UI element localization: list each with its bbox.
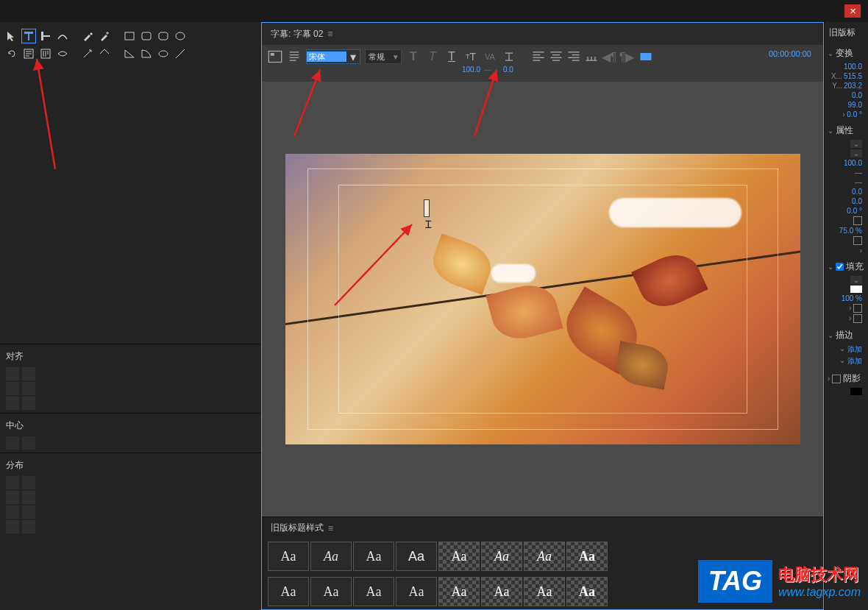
style-swatch[interactable]: Aa bbox=[310, 577, 352, 606]
indent-left-icon[interactable]: ◀¶ bbox=[602, 49, 616, 64]
timecode[interactable]: 00:00:00:00 bbox=[769, 49, 817, 58]
panel-tab[interactable]: 字幕: 字幕 02 ≡ bbox=[262, 23, 823, 45]
chevron-down-icon[interactable]: ⌄ bbox=[828, 331, 833, 339]
prop-value[interactable]: — bbox=[828, 177, 865, 187]
style-swatch[interactable]: Aa bbox=[566, 577, 608, 606]
type-tool[interactable] bbox=[21, 29, 36, 43]
style-swatch[interactable]: Aa bbox=[524, 577, 565, 606]
chevron-icon[interactable]: ⌄ bbox=[839, 344, 845, 355]
style-swatch[interactable]: Aa bbox=[481, 542, 522, 571]
style-swatch[interactable]: Aa bbox=[438, 577, 480, 606]
prop-width[interactable]: 0.0 bbox=[828, 91, 865, 100]
style-swatch[interactable]: Aa bbox=[481, 577, 522, 606]
align-icon[interactable] bbox=[22, 397, 35, 410]
selection-tool[interactable] bbox=[4, 29, 19, 43]
leading-icon[interactable]: 0.0 bbox=[502, 49, 516, 64]
panel-menu-icon[interactable]: ≡ bbox=[328, 523, 333, 533]
line-tool[interactable] bbox=[173, 46, 188, 61]
distribute-icon[interactable] bbox=[22, 520, 35, 533]
path-tool-2[interactable] bbox=[55, 46, 70, 61]
kerning-value[interactable]: — bbox=[484, 65, 491, 74]
prop-value[interactable]: — bbox=[828, 168, 865, 177]
checkbox[interactable] bbox=[853, 314, 862, 323]
y-value[interactable]: 203.2 bbox=[844, 82, 862, 90]
distribute-icon[interactable] bbox=[22, 491, 35, 504]
style-swatch[interactable]: Aa bbox=[524, 542, 565, 571]
style-swatch[interactable]: Aa bbox=[438, 542, 480, 571]
fill-checkbox[interactable] bbox=[836, 263, 844, 271]
indent-right-icon[interactable]: ¶▶ bbox=[619, 49, 634, 64]
close-button[interactable]: ✕ bbox=[844, 4, 861, 18]
prop-value[interactable]: 75.0 % bbox=[828, 226, 865, 235]
path-type-tool[interactable] bbox=[55, 29, 70, 43]
style-swatch[interactable]: Aa bbox=[268, 577, 309, 606]
style-swatch[interactable]: Aa bbox=[396, 577, 437, 606]
fill-opacity[interactable]: 100 % bbox=[828, 294, 865, 303]
style-swatch[interactable]: Aa bbox=[268, 542, 309, 571]
panel-menu-icon[interactable]: ≡ bbox=[327, 29, 332, 39]
ellipse-tool-2[interactable] bbox=[156, 46, 171, 61]
wedge-tool[interactable] bbox=[122, 46, 137, 61]
title-canvas[interactable]: Ꮖ bbox=[262, 82, 823, 517]
x-value[interactable]: 515.5 bbox=[844, 72, 862, 80]
align-right-icon[interactable] bbox=[566, 49, 581, 64]
delete-anchor-tool[interactable] bbox=[97, 46, 112, 61]
prop-value[interactable]: 0.0 bbox=[828, 187, 865, 196]
distribute-icon[interactable] bbox=[22, 506, 35, 519]
checkbox[interactable] bbox=[853, 236, 862, 245]
chevron-down-icon[interactable]: ⌄ bbox=[828, 49, 833, 57]
chevron-icon[interactable]: › bbox=[849, 314, 851, 323]
distribute-icon[interactable] bbox=[6, 506, 19, 519]
distribute-icon[interactable] bbox=[6, 476, 19, 489]
vertical-type-tool[interactable] bbox=[38, 29, 53, 43]
dropdown-icon[interactable]: ⌄ bbox=[850, 140, 862, 148]
area-type-tool[interactable] bbox=[21, 46, 36, 61]
prop-value[interactable]: 100.0 bbox=[828, 158, 865, 168]
style-swatch[interactable]: Aa bbox=[396, 542, 437, 571]
dropdown-icon[interactable]: ⌄ bbox=[850, 276, 862, 284]
chevron-down-icon[interactable]: ⌄ bbox=[828, 263, 833, 271]
italic-icon[interactable]: T bbox=[425, 49, 440, 64]
kerning-icon[interactable]: VA — bbox=[483, 49, 497, 64]
roll-crawl-icon[interactable] bbox=[287, 49, 302, 64]
dropdown-icon[interactable]: ⌄ bbox=[850, 149, 862, 157]
align-icon[interactable] bbox=[6, 397, 19, 410]
chevron-down-icon[interactable]: ⌄ bbox=[828, 127, 833, 135]
checkbox[interactable] bbox=[853, 216, 862, 225]
style-swatch[interactable]: Aa bbox=[353, 577, 394, 606]
color-swatch[interactable] bbox=[850, 388, 862, 395]
center-icon[interactable] bbox=[6, 436, 19, 450]
align-icon[interactable] bbox=[6, 382, 19, 395]
arc-tool[interactable] bbox=[139, 46, 154, 61]
font-style-select[interactable]: 常规 ▾ bbox=[365, 49, 402, 64]
style-swatch[interactable]: Aa bbox=[310, 542, 352, 571]
align-left-icon[interactable] bbox=[531, 49, 546, 64]
ellipse-tool[interactable] bbox=[173, 29, 188, 43]
style-swatch[interactable]: Aa bbox=[353, 542, 394, 571]
distribute-icon[interactable] bbox=[6, 520, 19, 533]
text-insertion-box[interactable] bbox=[424, 199, 430, 217]
bold-icon[interactable]: T bbox=[406, 49, 421, 64]
prop-value[interactable]: 0.0 ° bbox=[828, 206, 865, 216]
shadow-checkbox[interactable] bbox=[832, 375, 841, 383]
align-icon[interactable] bbox=[22, 382, 35, 395]
align-icon[interactable] bbox=[6, 367, 19, 380]
templates-icon[interactable] bbox=[268, 49, 282, 64]
show-video-icon[interactable] bbox=[638, 49, 653, 64]
checkbox[interactable] bbox=[853, 304, 862, 313]
chevron-icon[interactable]: ⌄ bbox=[839, 356, 845, 366]
pen-add-tool[interactable] bbox=[97, 29, 112, 43]
pen-tool[interactable] bbox=[80, 29, 95, 43]
font-family-select[interactable]: ▾ bbox=[306, 49, 360, 64]
chevron-icon[interactable]: › bbox=[860, 247, 862, 255]
clipped-rect-tool[interactable] bbox=[156, 29, 171, 43]
underline-icon[interactable]: T bbox=[444, 49, 459, 64]
chevron-icon[interactable]: › bbox=[849, 304, 851, 313]
prop-opacity[interactable]: 100.0 bbox=[828, 62, 865, 71]
add-stroke-link[interactable]: 添加 bbox=[847, 344, 862, 355]
color-swatch[interactable] bbox=[850, 286, 862, 293]
align-center-icon[interactable] bbox=[549, 49, 563, 64]
align-icon[interactable] bbox=[22, 367, 35, 380]
tab-stops-icon[interactable] bbox=[584, 49, 599, 64]
prop-rotation[interactable]: 0.0 ° bbox=[847, 110, 862, 118]
